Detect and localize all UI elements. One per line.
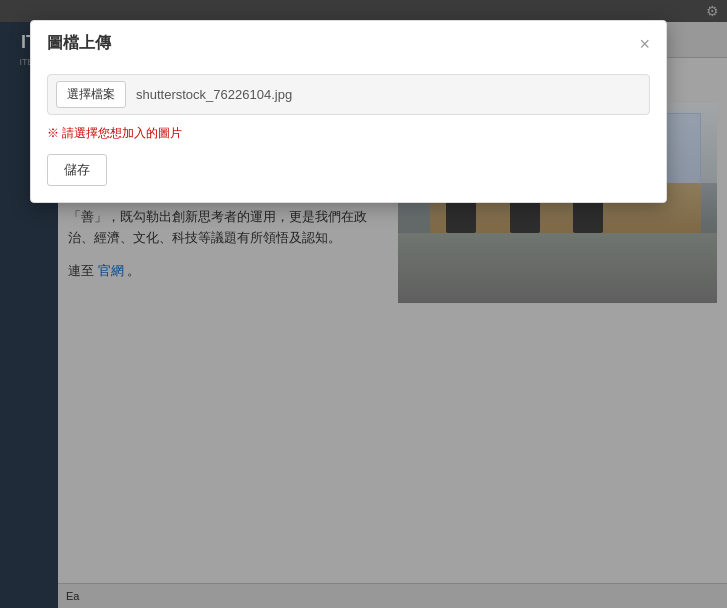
modal-header: 圖檔上傳 × [31, 21, 666, 62]
file-name-display: shutterstock_76226104.jpg [136, 87, 641, 102]
save-button[interactable]: 儲存 [47, 154, 107, 186]
upload-image-modal: 圖檔上傳 × 選擇檔案 shutterstock_76226104.jpg ※ … [30, 20, 667, 203]
modal-close-button[interactable]: × [639, 35, 650, 53]
validation-text: ※ 請選擇您想加入的圖片 [47, 125, 182, 142]
file-input-row: 選擇檔案 shutterstock_76226104.jpg [47, 74, 650, 115]
modal-title: 圖檔上傳 [47, 33, 111, 54]
choose-file-button[interactable]: 選擇檔案 [56, 81, 126, 108]
validation-message: ※ 請選擇您想加入的圖片 [47, 125, 650, 142]
modal-body: 選擇檔案 shutterstock_76226104.jpg ※ 請選擇您想加入… [31, 62, 666, 202]
